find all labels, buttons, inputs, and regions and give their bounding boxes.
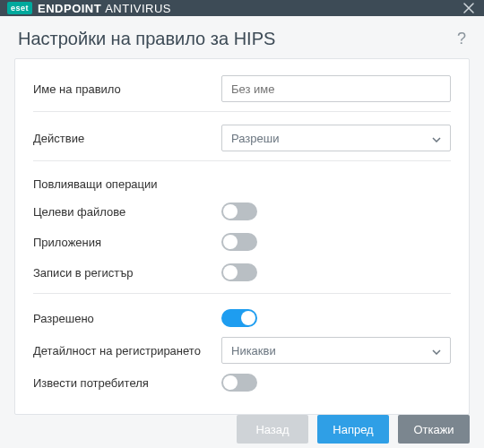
titlebar: eset ENDPOINT ANTIVIRUS (0, 0, 484, 16)
divider (33, 111, 451, 112)
registry-label: Записи в регистър (33, 266, 221, 280)
titlebar-product-strong: ENDPOINT (38, 2, 101, 15)
titlebar-product-light: ANTIVIRUS (105, 2, 171, 15)
row-log-detail: Детайлност на регистрирането Никакви (33, 333, 451, 367)
registry-toggle[interactable] (221, 263, 257, 281)
divider (33, 293, 451, 294)
log-detail-select[interactable]: Никакви (221, 337, 451, 364)
page-title: Настройки на правило за HIPS (18, 29, 457, 49)
enabled-label: Разрешено (33, 312, 221, 325)
app-window: eset ENDPOINT ANTIVIRUS Настройки на пра… (0, 0, 484, 448)
row-target-files: Целеви файлове (33, 196, 451, 227)
rule-name-input[interactable] (221, 75, 451, 102)
page-header: Настройки на правило за HIPS ? (0, 16, 484, 58)
footer: Назад Напред Откажи (0, 415, 484, 448)
row-rule-name: Име на правило (33, 72, 451, 106)
action-select-value: Разреши (231, 132, 279, 145)
log-detail-label: Детайлност на регистрирането (33, 344, 221, 358)
next-button[interactable]: Напред (317, 415, 389, 444)
chevron-down-icon (432, 132, 441, 145)
row-enabled: Разрешено (33, 303, 451, 333)
cancel-button[interactable]: Откажи (398, 415, 470, 444)
row-registry: Записи в регистър (33, 257, 451, 288)
brand-badge: eset (7, 2, 32, 14)
target-files-label: Целеви файлове (33, 205, 221, 219)
row-action: Действие Разреши (33, 121, 451, 155)
action-label: Действие (33, 132, 221, 145)
row-notify: Извести потребителя (33, 367, 451, 398)
apps-label: Приложения (33, 236, 221, 249)
close-icon[interactable] (461, 0, 477, 16)
back-button: Назад (237, 415, 308, 444)
log-detail-select-value: Никакви (231, 344, 276, 358)
rule-name-label: Име на правило (33, 82, 221, 96)
ops-section-title: Повлияващи операции (33, 170, 451, 196)
enabled-toggle[interactable] (221, 309, 257, 327)
action-select[interactable]: Разреши (221, 125, 451, 151)
apps-toggle[interactable] (221, 233, 257, 251)
help-icon[interactable]: ? (457, 30, 466, 48)
target-files-toggle[interactable] (221, 202, 257, 220)
notify-label: Извести потребителя (33, 376, 221, 390)
notify-toggle[interactable] (221, 374, 257, 392)
row-apps: Приложения (33, 227, 451, 257)
settings-panel: Име на правило Действие Разреши Повлиява… (14, 58, 470, 415)
chevron-down-icon (432, 344, 441, 358)
divider (33, 160, 451, 161)
